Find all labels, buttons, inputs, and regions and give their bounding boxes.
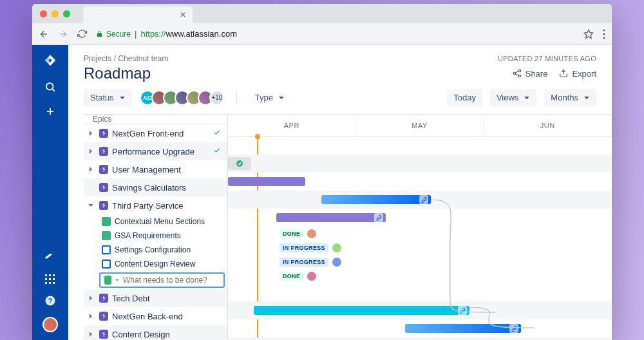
chevron-icon[interactable] [88, 295, 95, 301]
today-button[interactable]: Today [447, 89, 482, 106]
gantt-row[interactable] [228, 319, 612, 337]
chevron-down-icon[interactable] [115, 278, 119, 283]
epic-row[interactable]: Content Design [84, 325, 227, 340]
divider [236, 91, 237, 104]
link-icon[interactable] [374, 213, 383, 222]
task-icon [102, 245, 111, 254]
gantt-row[interactable]: DONE [228, 227, 612, 241]
story-icon [104, 276, 111, 285]
gantt-row[interactable] [228, 191, 612, 209]
minimize-window-icon[interactable] [52, 10, 59, 17]
gantt-row [228, 283, 612, 301]
checkmark-icon [236, 160, 243, 167]
user-avatar[interactable] [43, 317, 58, 332]
epic-bar[interactable] [228, 177, 305, 186]
chevron-icon[interactable] [88, 313, 95, 319]
child-row[interactable]: Content Design Review [84, 257, 227, 271]
checkmark-icon [213, 147, 221, 156]
chevron-icon[interactable] [88, 130, 95, 137]
epic-row[interactable]: NextGen Back-end [84, 307, 227, 325]
share-icon [513, 69, 522, 78]
url-field[interactable]: Secure | https://www.atlassian.com [96, 29, 574, 39]
assignee-avatars[interactable]: AC +10 [140, 90, 225, 106]
star-icon[interactable] [583, 29, 594, 39]
maximize-window-icon[interactable] [63, 10, 70, 17]
gantt-row[interactable]: DONE [228, 269, 612, 283]
child-label: Settings Configuration [115, 245, 191, 254]
share-button[interactable]: Share [513, 69, 548, 79]
status-chip: IN PROGRESS [279, 258, 341, 267]
create-issue-input[interactable] [99, 272, 225, 288]
back-icon[interactable] [39, 29, 49, 39]
child-label: Contextual Menu Sections [115, 217, 205, 226]
forward-icon[interactable] [58, 29, 68, 39]
jira-logo-icon[interactable] [43, 54, 57, 68]
chevron-icon[interactable] [88, 331, 95, 337]
page-header: Projects / Chestnut team UPDATED 27 MINU… [68, 45, 612, 89]
epic-row[interactable]: User Management [84, 160, 227, 178]
add-icon[interactable] [44, 106, 56, 117]
gantt-row[interactable] [228, 209, 612, 227]
svg-point-16 [518, 70, 521, 72]
gantt-row[interactable] [228, 301, 612, 319]
epic-row[interactable]: Performance Upgrade [84, 142, 227, 160]
story-icon [102, 217, 111, 226]
toolbar: Status AC +10 Type Today Views Months [68, 89, 612, 114]
epic-row[interactable]: Tech Debt [84, 289, 227, 307]
avatar-more[interactable]: +10 [209, 90, 225, 106]
epic-bar[interactable] [321, 195, 431, 204]
child-row[interactable]: GSA Requirements [84, 229, 227, 243]
svg-rect-10 [45, 282, 47, 284]
gantt-row[interactable]: IN PROGRESS [228, 255, 612, 269]
epic-bar[interactable] [405, 324, 521, 333]
avatar [332, 243, 341, 252]
chevron-down-icon [583, 95, 590, 101]
browser-tab[interactable]: ✕ [83, 6, 193, 23]
close-tab-icon[interactable]: ✕ [180, 10, 186, 19]
link-icon[interactable] [509, 324, 518, 333]
epic-row[interactable]: Savings Calculators [84, 178, 227, 196]
gantt-row[interactable] [228, 137, 612, 155]
reload-icon[interactable] [77, 29, 87, 39]
svg-point-2 [603, 37, 605, 39]
chevron-icon[interactable] [88, 202, 95, 209]
views-button[interactable]: Views [490, 89, 536, 106]
gantt: APR MAY JUN DONE IN PR [228, 115, 612, 340]
breadcrumb-root[interactable]: Projects [84, 54, 111, 63]
create-issue-field[interactable] [123, 276, 220, 285]
feedback-icon[interactable] [45, 254, 55, 264]
link-icon[interactable] [419, 195, 428, 204]
chevron-icon[interactable] [88, 148, 95, 155]
child-row[interactable]: Settings Configuration [84, 243, 227, 257]
epic-bar[interactable] [254, 306, 469, 315]
chevron-icon[interactable] [88, 166, 95, 173]
url-host: www.atlassian.com [166, 29, 237, 39]
svg-rect-9 [53, 278, 55, 280]
epic-row[interactable]: Third Party Service [84, 196, 227, 214]
help-icon[interactable]: ? [44, 295, 56, 307]
done-pill[interactable] [228, 157, 251, 170]
epics-header: Epics [84, 115, 227, 124]
epic-row[interactable]: NextGen Front-end [84, 124, 227, 142]
app-switcher-icon[interactable] [45, 274, 55, 285]
epic-icon [99, 294, 108, 303]
epic-label: User Management [112, 165, 181, 175]
link-icon[interactable] [458, 306, 467, 315]
export-button[interactable]: Export [559, 69, 596, 79]
breadcrumb-leaf: Chestnut team [118, 54, 168, 63]
gantt-row[interactable] [228, 155, 612, 173]
gantt-row[interactable] [228, 337, 612, 340]
scale-button[interactable]: Months [544, 89, 596, 106]
more-icon[interactable] [603, 29, 605, 39]
gantt-row[interactable]: IN PROGRESS [228, 241, 612, 255]
status-filter[interactable]: Status [84, 89, 132, 106]
epic-bar[interactable] [276, 213, 386, 222]
close-window-icon[interactable] [40, 10, 47, 17]
child-row[interactable]: Contextual Menu Sections [84, 214, 227, 229]
type-filter[interactable]: Type [249, 89, 291, 106]
gantt-row[interactable] [228, 173, 612, 191]
avatar [307, 229, 316, 238]
epic-label: Third Party Service [112, 201, 184, 211]
export-icon [559, 69, 568, 78]
search-icon[interactable] [44, 81, 56, 93]
